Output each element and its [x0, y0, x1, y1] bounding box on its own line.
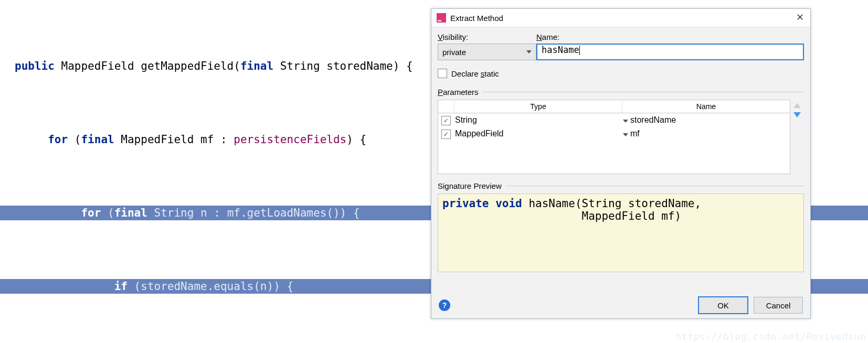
- parameters-label: Parameters: [438, 88, 479, 97]
- titlebar[interactable]: Extract Method ✕: [431, 9, 810, 27]
- svg-rect-1: [438, 20, 441, 22]
- declare-static-checkbox[interactable]: Declare static: [438, 69, 804, 78]
- param-row[interactable]: ✓ MappedField mf: [438, 127, 790, 141]
- visibility-combo[interactable]: private: [438, 44, 536, 60]
- extract-method-dialog: Extract Method ✕ Visibility: private Nam…: [431, 8, 811, 319]
- visibility-label: Visibility:: [438, 33, 527, 41]
- close-icon[interactable]: ✕: [795, 13, 805, 23]
- chevron-down-icon: [526, 50, 532, 53]
- param-row[interactable]: ✓ String storedName: [438, 113, 790, 127]
- declare-static-label: Declare static: [451, 69, 499, 78]
- move-up-button[interactable]: [793, 103, 801, 108]
- param-header-name: Name: [622, 100, 790, 113]
- watermark: https://blog.csdn.net/Revivedsun: [675, 331, 866, 342]
- name-input[interactable]: hasName: [536, 44, 804, 60]
- code-line: for (final MappedField mf : persistenceF…: [15, 132, 366, 147]
- name-label: Name:: [536, 33, 804, 41]
- dialog-title: Extract Method: [450, 14, 795, 23]
- code-line: public MappedField getMappedField(final …: [15, 59, 413, 73]
- move-down-button[interactable]: [793, 112, 801, 117]
- signature-preview-label: Signature Preview: [438, 181, 502, 190]
- param-header-type: Type: [454, 100, 622, 113]
- checkbox-box: [438, 69, 447, 78]
- cancel-button[interactable]: Cancel: [754, 297, 803, 314]
- help-icon[interactable]: ?: [439, 299, 450, 311]
- ij-icon: [437, 13, 446, 23]
- parameters-table[interactable]: Type Name ✓ String storedName ✓ MappedFi…: [438, 100, 790, 174]
- signature-preview: private void hasName(String storedName, …: [438, 194, 804, 272]
- ok-button[interactable]: OK: [698, 296, 748, 314]
